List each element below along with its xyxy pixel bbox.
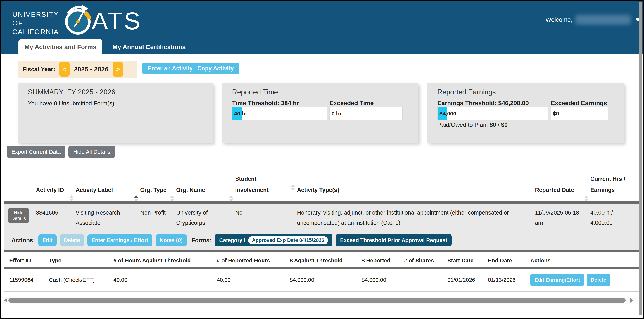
vertical-scrollbar[interactable] [639,2,642,318]
summary-panel-title: SUMMARY: FY 2025 - 2026 [28,88,115,96]
table-bottom-divider [1,295,643,295]
effort-col-actions: Actions [530,258,639,264]
vertical-scrollbar-thumb[interactable] [639,2,642,315]
fiscal-year-selector: Fiscal Year: < 2025 - 2026 > [18,61,137,78]
horizontal-scrollbar[interactable] [3,297,638,304]
copy-activity-button[interactable]: Copy Activity [192,62,239,74]
sort-icon[interactable] [291,184,295,190]
effort-col-end-date: End Date [488,258,530,264]
redacted-username [576,15,631,24]
row-actions-bar: Actions: Edit Delete Enter Earnings / Ef… [4,231,639,250]
tab-my-annual-certifications[interactable]: My Annual Certifications [111,39,187,54]
column-header-student-involvement[interactable]: Student Involvement [235,174,297,196]
effort-col-reported-hours: # of Reported Hours [217,258,290,264]
uc-wordmark: UNIVERSITY OF CALIFORNIA [12,10,59,36]
cell-activity-id: 8841606 [36,208,76,228]
oats-logo: ATS [62,4,142,38]
notes-button[interactable]: Notes (0) [156,234,187,246]
cell-reported-date: 11/09/2025 06:18 am [535,208,590,228]
tab-my-activities-and-forms[interactable]: My Activities and Forms [18,39,102,54]
cell-end-date: 01/13/2026 [488,277,530,283]
horizontal-scrollbar-thumb[interactable] [8,298,626,303]
column-header-reported-date[interactable]: Reported Date [535,184,590,196]
cell-student-involvement: No [235,208,297,228]
cell-dollars-against: $4,000.00 [290,277,362,283]
reported-earnings-panel: Reported Earnings Earnings Threshold: $4… [427,83,624,143]
column-header-current-hrs-earnings[interactable]: Current Hrs / Earnings [590,174,636,196]
effort-col-effort-id: Effort ID [9,258,49,264]
earnings-threshold-label: Earnings Threshold: $46,200.00 [438,100,529,107]
hide-details-button[interactable]: Hide Details [8,208,29,224]
time-reported-bar: 40 hr [232,107,327,120]
unsubmitted-prefix: You have [28,100,52,107]
summary-panel: SUMMARY: FY 2025 - 2026 You have 0 Unsub… [18,83,213,143]
effort-col-start-date: Start Date [447,258,488,264]
export-current-data-button[interactable]: Export Current Data [7,146,66,158]
column-header-org-name[interactable]: Org. Name [176,184,235,196]
effort-table-header: Effort ID Type # of Hours Against Thresh… [4,253,639,264]
cell-org-name: University of Crypticorps [176,208,235,228]
effort-col-dollars-against: $ Against Threshold [290,258,362,264]
fiscal-year-prev-button[interactable]: < [59,62,70,76]
delete-effort-button[interactable]: Delete [587,274,610,286]
sort-icon[interactable] [70,195,74,202]
effort-table: Effort ID Type # of Hours Against Thresh… [4,253,639,292]
cell-effort-id: 11599064 [9,277,49,283]
owed-value: $0 [501,122,508,128]
effort-col-dollars-reported: $ Reported [362,258,404,264]
table-row: Hide Details 8841606 Visiting Research A… [4,204,639,231]
oats-logo-text: ATS [92,9,142,33]
activity-row-group: Hide Details 8841606 Visiting Research A… [4,201,639,252]
app-header: UNIVERSITY OF CALIFORNIA ATS Welcome, [1,1,643,54]
cell-type: Cash (Check/EFT) [49,277,114,283]
uc-wordmark-line2: OF [12,19,59,28]
table-row: 11599064 Cash (Check/EFT) 40.00 40.00 $4… [4,269,639,292]
enter-activity-button[interactable]: Enter an Activity [142,62,198,74]
paid-owed-line: Paid/Owed to Plan: $0 / $0 [438,122,508,128]
column-header-activity-label[interactable]: Activity Label [76,184,140,196]
oats-app-window: UNIVERSITY OF CALIFORNIA ATS Welcome, [0,0,644,319]
fiscal-year-next-button[interactable]: > [113,62,123,76]
column-header-org-type[interactable]: Org. Type [140,184,176,196]
delete-button[interactable]: Delete [60,234,84,246]
enter-earnings-effort-button[interactable]: Enter Earnings / Effort [88,234,152,246]
user-menu[interactable]: Welcome, [546,15,641,24]
exceeded-earnings-bar: $0 [551,107,608,120]
unsubmitted-suffix: Unsubmitted Form(s): [59,100,116,107]
column-header-activity-types[interactable]: Activity Type(s) [297,184,535,196]
sort-ascending-icon[interactable] [134,195,138,202]
cell-start-date: 01/01/2026 [447,277,488,283]
effort-col-hours-against: # of Hours Against Threshold [114,258,217,264]
edit-earning-effort-button[interactable]: Edit Earning/Effort [530,274,584,286]
exceeded-time-value: 0 hr [332,110,342,117]
fiscal-year-value: 2025 - 2026 [74,66,109,73]
exceed-threshold-request-button[interactable]: Exceed Threshold Prior Approval Request [336,234,452,246]
reported-earnings-title: Reported Earnings [438,88,496,96]
uc-wordmark-line3: CALIFORNIA [12,28,59,36]
paid-value: $0 [490,122,496,128]
effort-col-type: Type [49,258,114,264]
column-header-activity-id[interactable]: Activity ID [36,184,76,196]
earnings-reported-value: $4,000 [440,110,456,117]
activity-table-header: Activity ID Activity Label Org. Type Org… [8,166,636,198]
sort-icon[interactable] [170,195,174,202]
paid-owed-separator: / [498,122,499,128]
category-one-form-button[interactable]: Category I Approved Exp Date 04/15/2026 [215,234,332,246]
hide-all-details-button[interactable]: Hide All Details [68,146,115,158]
actions-label: Actions: [12,237,35,244]
scroll-left-arrow-icon[interactable] [4,298,7,302]
welcome-label: Welcome, [546,16,572,23]
exceeded-time-label: Exceeded Time [330,100,374,107]
table-toolbar: Export Current Data Hide All Details [7,146,115,158]
scroll-right-arrow-icon[interactable] [630,298,634,302]
edit-button[interactable]: Edit [38,234,57,246]
sort-icon[interactable] [584,195,588,202]
effort-table-divider [4,267,639,269]
unsubmitted-forms-line: You have 0 Unsubmitted Form(s): [28,100,116,107]
sort-icon[interactable] [229,195,233,202]
cell-reported-hours: 40.00 [217,277,290,283]
exceeded-earnings-label: Exceeded Earnings [551,100,607,107]
oats-clock-icon [62,4,94,38]
unsubmitted-count: 0 [54,100,57,107]
time-threshold-label: Time Threshold: 384 hr [232,100,299,107]
